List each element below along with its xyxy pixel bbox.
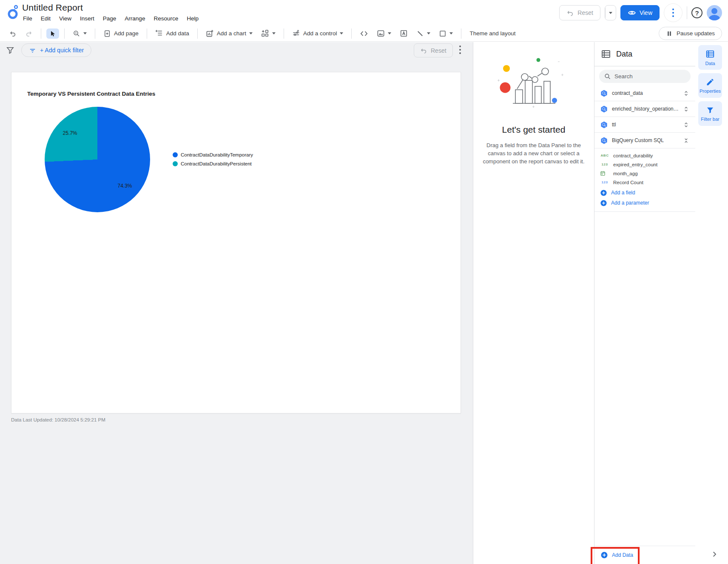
number-field-icon: 123 bbox=[600, 180, 609, 184]
yellow-dot bbox=[503, 65, 510, 72]
collapse-panel-chevron[interactable] bbox=[711, 550, 718, 558]
menu-item-insert[interactable]: Insert bbox=[76, 14, 99, 23]
field-list: ABCcontract_durability123expired_entry_c… bbox=[594, 148, 695, 188]
add-data-button[interactable]: Add data bbox=[152, 28, 192, 39]
data-source-row[interactable]: contract_data bbox=[594, 85, 695, 101]
data-source-row[interactable]: ttl bbox=[594, 117, 695, 133]
menu-item-edit[interactable]: Edit bbox=[37, 14, 55, 23]
menu-item-file[interactable]: File bbox=[19, 14, 37, 23]
select-tool-button[interactable] bbox=[46, 28, 59, 39]
table-icon bbox=[705, 49, 715, 59]
image-icon bbox=[377, 29, 385, 37]
add-chart-icon bbox=[206, 29, 214, 37]
share-button-group: Share bbox=[605, 5, 616, 20]
chevron-down-icon bbox=[427, 32, 430, 34]
reset-button[interactable]: Reset bbox=[559, 5, 600, 20]
field-row-record-count[interactable]: 123Record Count bbox=[594, 178, 695, 187]
undo-icon bbox=[566, 9, 574, 17]
more-options-button[interactable] bbox=[664, 3, 682, 22]
line-button[interactable] bbox=[413, 28, 433, 39]
menu-item-view[interactable]: View bbox=[55, 14, 76, 23]
chevron-down-icon bbox=[83, 32, 87, 34]
redo-button[interactable] bbox=[22, 28, 36, 39]
field-row-expired_entry_count[interactable]: 123expired_entry_count bbox=[594, 160, 695, 169]
data-panel: Data contract_dataenriched_history_opera… bbox=[594, 42, 695, 564]
menu-item-page[interactable]: Page bbox=[99, 14, 121, 23]
menu-item-help[interactable]: Help bbox=[182, 14, 203, 23]
search-box[interactable] bbox=[599, 70, 691, 83]
kebab-menu-icon bbox=[672, 9, 674, 17]
rail-tab-filter-bar[interactable]: Filter bar bbox=[698, 101, 722, 126]
undo-button[interactable] bbox=[6, 28, 20, 39]
add-chart-button[interactable]: Add a chart bbox=[203, 28, 256, 39]
plus-circle-icon bbox=[600, 551, 608, 559]
rail-tab-label: Data bbox=[705, 61, 715, 66]
add-a-parameter-button[interactable]: Add a parameter bbox=[594, 198, 695, 208]
add-a-field-button[interactable]: Add a field bbox=[594, 188, 695, 198]
share-dropdown-button[interactable] bbox=[605, 6, 616, 20]
add-control-button[interactable]: Add a control bbox=[289, 28, 347, 39]
theme-layout-button[interactable]: Theme and layout bbox=[466, 28, 518, 38]
pause-updates-button[interactable]: Pause updates bbox=[659, 27, 722, 40]
data-source-name: contract_data bbox=[612, 90, 679, 96]
chart-illustration bbox=[493, 56, 574, 111]
add-data-bottom-label: Add Data bbox=[612, 552, 633, 558]
rail-tab-data[interactable]: Data bbox=[698, 45, 722, 70]
right-rail: DataPropertiesFilter bar bbox=[695, 42, 728, 564]
avatar[interactable] bbox=[707, 5, 722, 20]
shape-button[interactable] bbox=[436, 28, 456, 39]
add-quick-filter-button[interactable]: + Add quick filter bbox=[21, 43, 91, 57]
canvas-reset-button[interactable]: Reset bbox=[414, 43, 453, 57]
field-row-contract_durability[interactable]: ABCcontract_durability bbox=[594, 151, 695, 160]
text-field-icon: ABC bbox=[600, 154, 609, 157]
field-name: expired_entry_count bbox=[613, 162, 657, 167]
search-input[interactable] bbox=[614, 73, 682, 80]
plus-circle-icon bbox=[600, 199, 607, 207]
add-page-button[interactable]: Add page bbox=[100, 28, 142, 39]
bigquery-icon bbox=[600, 121, 608, 129]
view-button[interactable]: View bbox=[620, 5, 660, 20]
pie-chart[interactable]: 74.3%25.7% bbox=[45, 107, 150, 212]
help-icon[interactable]: ? bbox=[691, 7, 702, 18]
field-row-month_agg[interactable]: month_agg bbox=[594, 169, 695, 178]
expand-source-icon[interactable] bbox=[682, 90, 690, 97]
add-control-icon bbox=[292, 29, 300, 37]
field-name: contract_durability bbox=[613, 153, 653, 158]
image-button[interactable] bbox=[374, 28, 394, 39]
report-page[interactable]: Temporary VS Persistent Contract Data En… bbox=[11, 72, 461, 413]
embed-button[interactable] bbox=[357, 28, 371, 40]
undo-icon bbox=[9, 30, 17, 37]
add-data-bottom-button[interactable]: Add Data bbox=[594, 551, 633, 559]
reset-label: Reset bbox=[577, 9, 593, 16]
data-source-row[interactable]: BigQuery Custom SQL bbox=[594, 133, 695, 148]
bigquery-icon bbox=[600, 89, 608, 97]
zoom-tool-button[interactable] bbox=[70, 28, 90, 39]
legend-item[interactable]: ContractDataDurabilityPersistent bbox=[173, 159, 253, 168]
rail-tab-properties[interactable]: Properties bbox=[698, 73, 722, 98]
menu-item-resource[interactable]: Resource bbox=[149, 14, 182, 23]
green-dot bbox=[537, 58, 540, 62]
data-source-name: enriched_history_operations_sorob... bbox=[612, 106, 679, 112]
add-chart-label: Add a chart bbox=[217, 30, 246, 37]
expand-source-icon[interactable] bbox=[682, 105, 690, 113]
pause-updates-label: Pause updates bbox=[677, 30, 715, 37]
data-source-row[interactable]: enriched_history_operations_sorob... bbox=[594, 101, 695, 117]
chevron-down-icon bbox=[272, 32, 276, 34]
chevron-down-icon bbox=[340, 32, 343, 34]
community-viz-icon bbox=[261, 29, 269, 37]
data-last-updated: Data Last Updated: 10/28/2024 5:29:21 PM bbox=[11, 417, 105, 422]
field-name: Record Count bbox=[613, 180, 643, 185]
search-icon bbox=[604, 73, 611, 80]
add-page-icon bbox=[103, 30, 111, 37]
menu-item-arrange[interactable]: Arrange bbox=[120, 14, 149, 23]
funnel-icon[interactable] bbox=[6, 46, 14, 54]
report-title[interactable]: Untitled Report bbox=[22, 3, 203, 13]
getting-started-panel: Let's get started Drag a field from the … bbox=[473, 42, 594, 564]
canvas-kebab-menu[interactable] bbox=[459, 46, 461, 54]
text-button[interactable] bbox=[397, 28, 411, 39]
data-source-list: contract_dataenriched_history_operations… bbox=[594, 85, 695, 148]
collapse-source-icon[interactable] bbox=[682, 137, 690, 144]
expand-source-icon[interactable] bbox=[682, 121, 690, 128]
community-visualizations-button[interactable] bbox=[258, 28, 279, 39]
legend-item[interactable]: ContractDataDurabilityTemporary bbox=[173, 150, 253, 159]
